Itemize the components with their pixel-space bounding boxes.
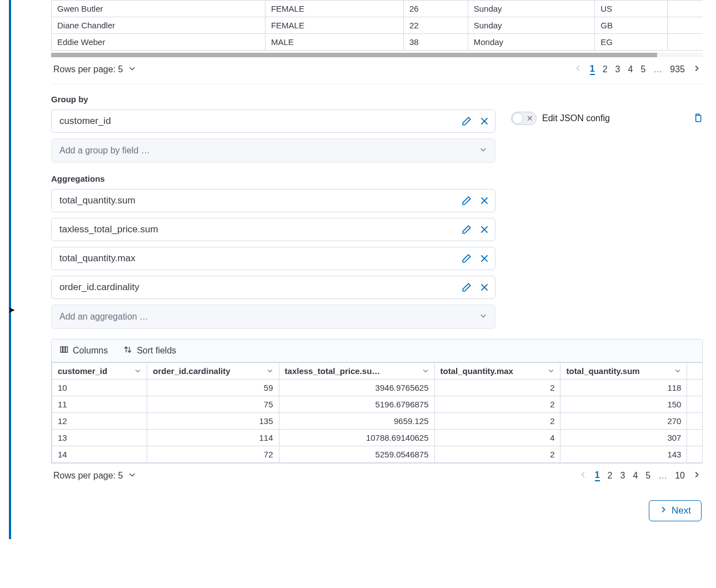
rows-per-page-select[interactable]: Rows per page: 5 [53,471,136,481]
column-header[interactable]: total_quantity.max [434,363,560,380]
table-row[interactable]: 14 72 5259.0546875 2 143 [52,446,703,463]
aggregation-item: taxless_total_price.sum [51,218,495,241]
cell: Gwen Butler [52,1,266,17]
edit-icon[interactable] [462,225,472,235]
table-row[interactable]: 10 59 3946.9765625 2 118 [52,380,703,396]
cell: 307 [560,430,687,446]
chevron-down-icon [479,146,487,156]
cell: 2 [434,413,560,430]
next-page-button[interactable] [693,471,700,481]
copy-to-clipboard-button[interactable] [693,113,703,124]
add-group-by-select[interactable]: Add a group by field … [51,138,495,163]
table-row[interactable]: 11 75 5196.6796875 2 150 [52,396,703,413]
cell: 12 [52,413,147,430]
svg-rect-12 [63,347,66,352]
toggle-knob [512,113,523,124]
edit-icon[interactable] [462,116,472,126]
table-row[interactable]: 12 135 9659.125 2 270 [52,413,703,430]
edit-json-toggle[interactable]: ✕ [511,112,537,125]
aggregation-item: total_quantity.max [51,247,495,270]
cell: 22 [403,17,468,34]
cell: FEMALE [265,1,403,17]
cell: 38 [403,34,468,51]
table-row[interactable]: Gwen Butler FEMALE 26 Sunday US [52,1,703,17]
cell: 10788.69140625 [279,430,434,446]
close-icon[interactable] [479,282,489,292]
cell: FEMALE [265,17,403,34]
page-number[interactable]: 2 [608,471,613,481]
column-header[interactable]: customer_id [52,363,147,380]
close-icon[interactable] [479,116,489,126]
columns-button[interactable]: Columns [59,345,108,356]
divider [51,84,703,84]
aggregation-item-label: taxless_total_price.sum [59,224,158,235]
sort-label: Sort fields [137,346,176,356]
edit-icon[interactable] [462,196,472,206]
cell: 59 [147,380,279,396]
cell: 2 [434,446,560,463]
cell [668,1,703,17]
chevron-down-icon [128,471,136,481]
cell: Sunday [468,17,595,34]
group-by-item: customer_id [51,109,495,133]
close-icon[interactable] [479,253,489,263]
cell: 75 [147,396,279,413]
edit-icon[interactable] [462,282,472,292]
cell [687,380,702,396]
edit-icon[interactable] [462,253,472,263]
pagination: 1 2 3 4 5 … 935 [574,64,700,75]
close-icon[interactable] [479,196,489,206]
source-table: Gwen Butler FEMALE 26 Sunday US Diane Ch… [51,0,703,57]
aggregation-item-label: total_quantity.max [59,253,136,264]
close-icon[interactable] [479,225,489,235]
chevron-down-icon [134,366,141,376]
placeholder: Add a group by field … [59,146,150,156]
column-header[interactable]: taxless_total_price.su… [279,363,434,380]
horizontal-scrollbar[interactable] [51,53,703,57]
page-number[interactable]: 3 [615,64,620,74]
prev-page-button[interactable] [574,64,582,74]
cell [668,17,703,34]
cell [668,34,703,51]
scrollbar-thumb[interactable] [51,53,657,57]
page-number[interactable]: 2 [603,64,608,74]
column-header[interactable]: total_quantity.sum [560,363,687,380]
chevron-right-icon [659,505,667,516]
table-row[interactable]: Eddie Weber MALE 38 Monday EG [52,34,703,51]
cell: 9659.125 [279,413,434,430]
svg-rect-11 [61,347,63,352]
next-button[interactable]: Next [649,500,702,521]
rows-per-page-label: Rows per page: 5 [53,64,123,74]
placeholder: Add an aggregation … [59,312,148,322]
next-page-button[interactable] [693,64,700,74]
close-icon: ✕ [527,114,533,123]
page-number[interactable]: 3 [620,471,625,481]
next-button-label: Next [672,505,691,516]
rows-per-page-select[interactable]: Rows per page: 5 [53,64,136,74]
aggregations-heading: Aggregations [51,174,703,183]
edit-json-label: Edit JSON config [542,113,610,123]
page-number[interactable]: 5 [645,471,650,481]
cell [687,446,702,463]
cell: 3946.9765625 [279,380,434,396]
sort-fields-button[interactable]: Sort fields [123,345,176,356]
chevron-down-icon [422,366,429,376]
total-pages[interactable]: 935 [670,64,685,74]
cell: 11 [52,396,147,413]
cell: 4 [434,430,560,446]
cell: US [595,1,668,17]
column-header[interactable]: order_id.cardinality [147,363,279,380]
page-number[interactable]: 1 [590,64,595,75]
pagination: 1 2 3 4 5 … 10 [579,470,700,481]
table-row[interactable]: Diane Chandler FEMALE 22 Sunday GB [52,17,703,34]
add-aggregation-select[interactable]: Add an aggregation … [51,305,495,329]
page-number[interactable]: 4 [628,64,633,74]
page-number[interactable]: 5 [640,64,645,74]
cell [687,430,702,446]
table-row[interactable]: 13 114 10788.69140625 4 307 [52,430,703,446]
page-number[interactable]: 1 [595,470,600,481]
prev-page-button[interactable] [579,471,587,481]
total-pages[interactable]: 10 [675,471,685,481]
page-number[interactable]: 4 [633,471,638,481]
aggregation-item-label: order_id.cardinality [59,282,139,293]
